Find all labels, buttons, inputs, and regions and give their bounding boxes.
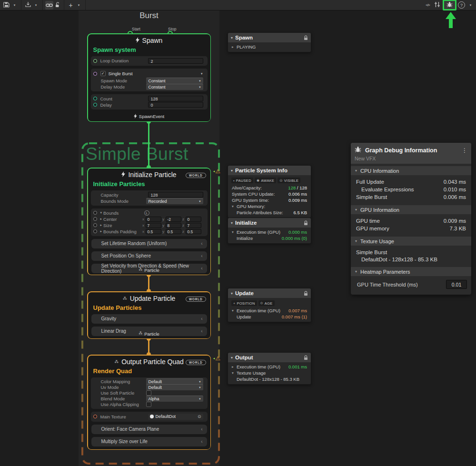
bounds-mode-dropdown[interactable]: Recorded▾ <box>146 198 203 204</box>
loop-duration-port[interactable] <box>93 59 97 63</box>
add-button[interactable]: + <box>67 1 75 10</box>
lock-icon[interactable] <box>304 291 308 296</box>
foldout-closed-icon[interactable]: ▸ <box>100 217 102 221</box>
save-button[interactable] <box>2 1 10 10</box>
code-icon: </> <box>426 3 430 7</box>
initialize-warning-badge[interactable]: ◂ ⚠ <box>213 169 220 174</box>
collapse-icon[interactable]: ▾ <box>231 291 233 296</box>
help-button[interactable]: ? <box>458 1 465 9</box>
add-dropdown-button[interactable]: ▾ <box>75 1 83 10</box>
foldout-closed-icon[interactable]: ▸ <box>100 229 102 233</box>
debug-toggle-button[interactable] <box>446 1 454 10</box>
lock-icon[interactable] <box>304 355 308 360</box>
loop-duration-field[interactable]: 2 <box>148 58 203 64</box>
gpu-memory-row[interactable]: ▾ GPU Memory: <box>228 203 311 209</box>
bounds-padding-port[interactable] <box>93 229 97 233</box>
collapse-icon[interactable]: ▾ <box>231 169 233 173</box>
block-chevron-icon[interactable]: ‹ <box>201 426 202 432</box>
initialize-node[interactable]: Initialize Particle WORLD Initialize Par… <box>87 168 211 275</box>
object-picker-icon[interactable]: ⊙ <box>198 414 201 419</box>
texture-usage-row[interactable]: ▾ Texture Usage <box>228 370 311 376</box>
flow-edge-spawn-initialize[interactable] <box>148 122 149 168</box>
blackboard-settings-button[interactable] <box>433 1 441 10</box>
blend-mode-dropdown[interactable]: Alpha▾ <box>146 396 203 402</box>
block-gravity[interactable]: Gravity‹ <box>91 314 207 324</box>
toolbar-overflow-button[interactable]: ▾ <box>466 1 475 10</box>
bounds-link-icon[interactable]: L <box>144 210 149 216</box>
shader-code-button[interactable]: </> <box>424 1 432 10</box>
padding-z-field[interactable]: 0.5 <box>186 229 201 234</box>
save-dropdown-button[interactable]: ▾ <box>10 1 19 10</box>
texture-usage-section[interactable]: ▾ Texture Usage <box>351 237 471 246</box>
exec-time-row[interactable]: ▸ Execution time (GPU) 0.001 ms <box>228 364 311 370</box>
update-node[interactable]: ⁂ Update Particle WORLD Update Particles… <box>87 291 211 339</box>
count-field[interactable]: 128 <box>148 96 203 101</box>
block-chevron-icon[interactable]: ‹ <box>201 439 202 444</box>
collapse-icon[interactable]: ▾ <box>231 356 233 360</box>
collapse-icon[interactable]: ▾ <box>231 221 233 225</box>
padding-x-field[interactable]: 0.5 <box>146 229 161 234</box>
block-set-position[interactable]: Set Position On Sphere‹ <box>91 251 207 261</box>
delay-mode-dropdown[interactable]: Constant▾ <box>146 84 203 90</box>
spawn-node[interactable]: Spawn Spawn system Loop Duration 2 ✓ Sin… <box>87 33 211 122</box>
kebab-menu-icon[interactable]: ⋮ <box>462 147 467 154</box>
spawn-mode-dropdown[interactable]: Constant▾ <box>146 78 203 84</box>
update-debug-header[interactable]: ▾ Update <box>228 288 311 298</box>
capacity-field[interactable]: 128 <box>148 192 203 198</box>
center-z-field[interactable]: 0 <box>186 217 201 222</box>
foldout-closed-icon[interactable]: ▸ <box>100 223 102 227</box>
export-button[interactable] <box>24 1 32 10</box>
texture-detail-value: DefaultDot - 128x128 - 85.3 KB <box>237 377 299 382</box>
attach-toggle-button[interactable] <box>45 1 53 10</box>
main-texture-object-field[interactable]: DefaultDot ⊙ <box>148 414 203 420</box>
size-y-field[interactable]: 8 <box>166 223 181 228</box>
size-z-field[interactable]: 7 <box>186 223 201 228</box>
single-burst-port[interactable] <box>93 72 97 76</box>
bounds-port[interactable] <box>93 211 97 215</box>
gpu-threshold-input[interactable] <box>446 280 467 289</box>
lock-icon[interactable] <box>304 220 308 226</box>
graph-debug-header[interactable]: Graph Debug Information ⋮ New VFX <box>351 143 471 164</box>
output-warning-badge[interactable]: ◂ ⚠ <box>213 356 220 361</box>
lock-toggle-button[interactable] <box>53 1 61 10</box>
output-node[interactable]: ⁂ Output Particle Quad WORLD Render Quad… <box>87 355 211 450</box>
export-dropdown-button[interactable]: ▾ <box>32 1 40 10</box>
heatmap-parameters-section[interactable]: ▾ Heatmap Parameters <box>351 267 471 276</box>
block-set-lifetime[interactable]: Set Lifetime Random (Uniform)‹ <box>91 239 207 248</box>
center-port[interactable] <box>93 217 97 221</box>
center-x-field[interactable]: 0 <box>146 217 161 222</box>
center-y-field[interactable]: -2 <box>166 217 181 222</box>
spawn-node-header[interactable]: Spawn <box>88 34 210 45</box>
block-chevron-icon[interactable]: ‹ <box>201 316 202 321</box>
block-multiply-size[interactable]: Multiply Size over Life‹ <box>91 437 207 446</box>
padding-y-field[interactable]: 0.5 <box>166 229 181 234</box>
initialize-debug-header[interactable]: ▾ Initialize <box>228 218 311 228</box>
uv-mode-dropdown[interactable]: Default▾ <box>146 384 203 390</box>
size-x-field[interactable]: 7 <box>146 223 161 228</box>
alpha-clipping-checkbox[interactable] <box>146 402 151 407</box>
count-port[interactable] <box>93 97 97 100</box>
foldout-open-icon[interactable]: ▾ <box>100 211 102 215</box>
main-texture-port[interactable] <box>93 415 97 418</box>
particle-info-header[interactable]: ▾ Particle System Info <box>228 166 311 175</box>
system-label[interactable]: Simple Burst <box>86 144 188 164</box>
size-port[interactable] <box>93 223 97 227</box>
block-chevron-icon[interactable]: ‹ <box>201 253 202 258</box>
output-debug-panel: ▾ Output ▸ Execution time (GPU) 0.001 ms… <box>228 352 311 385</box>
collapse-chevron-icon[interactable]: ▾ <box>201 72 203 76</box>
spawn-state-row[interactable]: ▸ PLAYING <box>228 44 311 50</box>
exec-time-row[interactable]: ▾ Execution time (GPU) 0.000 ms <box>228 229 311 235</box>
block-orient[interactable]: Orient: Face Camera Plane‹ <box>91 425 207 434</box>
collapse-icon[interactable]: ▾ <box>231 36 233 40</box>
single-burst-checkbox[interactable]: ✓ <box>100 71 106 76</box>
output-debug-header[interactable]: ▾ Output <box>228 353 311 362</box>
block-chevron-icon[interactable]: ‹ <box>201 241 202 246</box>
spawn-debug-header[interactable]: ▾ Spawn <box>228 33 311 42</box>
cpu-information-section[interactable]: ▾ CPU Information <box>351 166 471 175</box>
soft-particle-checkbox[interactable] <box>146 390 151 396</box>
delay-port[interactable] <box>93 103 97 107</box>
gpu-information-section[interactable]: ▾ GPU Information <box>351 205 471 214</box>
delay-field[interactable]: 0 <box>148 102 203 108</box>
exec-time-row[interactable]: ▾ Execution time (GPU) 0.007 ms <box>228 307 311 314</box>
lock-icon[interactable] <box>304 35 308 40</box>
